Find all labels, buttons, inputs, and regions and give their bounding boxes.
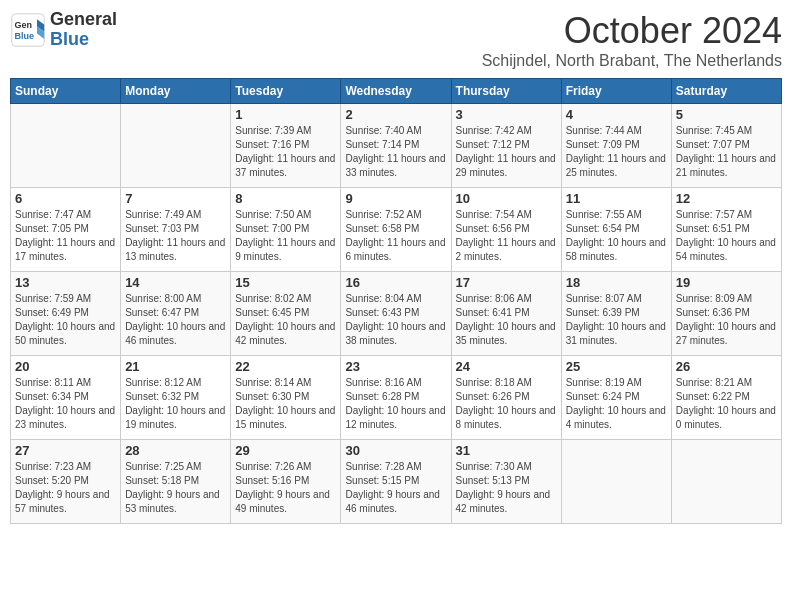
day-info: Sunrise: 8:02 AM Sunset: 6:45 PM Dayligh… <box>235 292 336 348</box>
day-info: Sunrise: 7:39 AM Sunset: 7:16 PM Dayligh… <box>235 124 336 180</box>
day-number: 7 <box>125 191 226 206</box>
day-of-week-header: Monday <box>121 79 231 104</box>
day-of-week-header: Saturday <box>671 79 781 104</box>
calendar-day-cell: 4Sunrise: 7:44 AM Sunset: 7:09 PM Daylig… <box>561 104 671 188</box>
day-number: 22 <box>235 359 336 374</box>
calendar-day-cell: 24Sunrise: 8:18 AM Sunset: 6:26 PM Dayli… <box>451 356 561 440</box>
page-header: Gen Blue General Blue October 2024 Schij… <box>10 10 782 70</box>
calendar-day-cell <box>121 104 231 188</box>
calendar-day-cell: 16Sunrise: 8:04 AM Sunset: 6:43 PM Dayli… <box>341 272 451 356</box>
calendar-day-cell: 10Sunrise: 7:54 AM Sunset: 6:56 PM Dayli… <box>451 188 561 272</box>
calendar-day-cell: 11Sunrise: 7:55 AM Sunset: 6:54 PM Dayli… <box>561 188 671 272</box>
day-number: 11 <box>566 191 667 206</box>
day-info: Sunrise: 7:45 AM Sunset: 7:07 PM Dayligh… <box>676 124 777 180</box>
day-info: Sunrise: 8:18 AM Sunset: 6:26 PM Dayligh… <box>456 376 557 432</box>
calendar-day-cell: 29Sunrise: 7:26 AM Sunset: 5:16 PM Dayli… <box>231 440 341 524</box>
day-number: 9 <box>345 191 446 206</box>
calendar-day-cell <box>671 440 781 524</box>
calendar-day-cell: 27Sunrise: 7:23 AM Sunset: 5:20 PM Dayli… <box>11 440 121 524</box>
day-info: Sunrise: 8:11 AM Sunset: 6:34 PM Dayligh… <box>15 376 116 432</box>
day-number: 6 <box>15 191 116 206</box>
day-info: Sunrise: 8:06 AM Sunset: 6:41 PM Dayligh… <box>456 292 557 348</box>
day-info: Sunrise: 7:40 AM Sunset: 7:14 PM Dayligh… <box>345 124 446 180</box>
day-info: Sunrise: 7:44 AM Sunset: 7:09 PM Dayligh… <box>566 124 667 180</box>
day-number: 20 <box>15 359 116 374</box>
day-number: 1 <box>235 107 336 122</box>
calendar-day-cell: 14Sunrise: 8:00 AM Sunset: 6:47 PM Dayli… <box>121 272 231 356</box>
calendar-day-cell: 23Sunrise: 8:16 AM Sunset: 6:28 PM Dayli… <box>341 356 451 440</box>
calendar-day-cell: 5Sunrise: 7:45 AM Sunset: 7:07 PM Daylig… <box>671 104 781 188</box>
day-number: 24 <box>456 359 557 374</box>
calendar-week-row: 6Sunrise: 7:47 AM Sunset: 7:05 PM Daylig… <box>11 188 782 272</box>
calendar-week-row: 1Sunrise: 7:39 AM Sunset: 7:16 PM Daylig… <box>11 104 782 188</box>
day-number: 12 <box>676 191 777 206</box>
calendar-day-cell: 21Sunrise: 8:12 AM Sunset: 6:32 PM Dayli… <box>121 356 231 440</box>
day-number: 14 <box>125 275 226 290</box>
calendar-table: SundayMondayTuesdayWednesdayThursdayFrid… <box>10 78 782 524</box>
calendar-day-cell: 13Sunrise: 7:59 AM Sunset: 6:49 PM Dayli… <box>11 272 121 356</box>
location-title: Schijndel, North Brabant, The Netherland… <box>482 52 782 70</box>
calendar-day-cell: 7Sunrise: 7:49 AM Sunset: 7:03 PM Daylig… <box>121 188 231 272</box>
day-number: 29 <box>235 443 336 458</box>
day-info: Sunrise: 7:57 AM Sunset: 6:51 PM Dayligh… <box>676 208 777 264</box>
calendar-day-cell: 31Sunrise: 7:30 AM Sunset: 5:13 PM Dayli… <box>451 440 561 524</box>
day-number: 4 <box>566 107 667 122</box>
title-block: October 2024 Schijndel, North Brabant, T… <box>482 10 782 70</box>
day-of-week-header: Friday <box>561 79 671 104</box>
day-info: Sunrise: 7:42 AM Sunset: 7:12 PM Dayligh… <box>456 124 557 180</box>
day-info: Sunrise: 7:54 AM Sunset: 6:56 PM Dayligh… <box>456 208 557 264</box>
calendar-day-cell: 17Sunrise: 8:06 AM Sunset: 6:41 PM Dayli… <box>451 272 561 356</box>
day-number: 17 <box>456 275 557 290</box>
svg-text:Blue: Blue <box>15 31 35 41</box>
day-number: 18 <box>566 275 667 290</box>
day-number: 16 <box>345 275 446 290</box>
day-number: 27 <box>15 443 116 458</box>
day-number: 2 <box>345 107 446 122</box>
calendar-day-cell: 2Sunrise: 7:40 AM Sunset: 7:14 PM Daylig… <box>341 104 451 188</box>
logo: Gen Blue General Blue <box>10 10 117 50</box>
day-info: Sunrise: 7:23 AM Sunset: 5:20 PM Dayligh… <box>15 460 116 516</box>
month-title: October 2024 <box>482 10 782 52</box>
day-of-week-header: Wednesday <box>341 79 451 104</box>
day-info: Sunrise: 8:00 AM Sunset: 6:47 PM Dayligh… <box>125 292 226 348</box>
calendar-day-cell: 3Sunrise: 7:42 AM Sunset: 7:12 PM Daylig… <box>451 104 561 188</box>
calendar-day-cell: 30Sunrise: 7:28 AM Sunset: 5:15 PM Dayli… <box>341 440 451 524</box>
calendar-day-cell: 8Sunrise: 7:50 AM Sunset: 7:00 PM Daylig… <box>231 188 341 272</box>
day-info: Sunrise: 7:47 AM Sunset: 7:05 PM Dayligh… <box>15 208 116 264</box>
day-info: Sunrise: 7:55 AM Sunset: 6:54 PM Dayligh… <box>566 208 667 264</box>
day-number: 10 <box>456 191 557 206</box>
day-info: Sunrise: 8:16 AM Sunset: 6:28 PM Dayligh… <box>345 376 446 432</box>
day-header-row: SundayMondayTuesdayWednesdayThursdayFrid… <box>11 79 782 104</box>
day-number: 19 <box>676 275 777 290</box>
day-of-week-header: Tuesday <box>231 79 341 104</box>
day-info: Sunrise: 8:07 AM Sunset: 6:39 PM Dayligh… <box>566 292 667 348</box>
day-info: Sunrise: 7:26 AM Sunset: 5:16 PM Dayligh… <box>235 460 336 516</box>
day-info: Sunrise: 7:52 AM Sunset: 6:58 PM Dayligh… <box>345 208 446 264</box>
day-info: Sunrise: 8:09 AM Sunset: 6:36 PM Dayligh… <box>676 292 777 348</box>
logo-text: General Blue <box>50 10 117 50</box>
day-number: 8 <box>235 191 336 206</box>
day-of-week-header: Sunday <box>11 79 121 104</box>
day-info: Sunrise: 7:28 AM Sunset: 5:15 PM Dayligh… <box>345 460 446 516</box>
day-number: 5 <box>676 107 777 122</box>
calendar-day-cell <box>561 440 671 524</box>
day-number: 30 <box>345 443 446 458</box>
day-info: Sunrise: 8:04 AM Sunset: 6:43 PM Dayligh… <box>345 292 446 348</box>
calendar-day-cell: 22Sunrise: 8:14 AM Sunset: 6:30 PM Dayli… <box>231 356 341 440</box>
day-number: 13 <box>15 275 116 290</box>
calendar-day-cell: 25Sunrise: 8:19 AM Sunset: 6:24 PM Dayli… <box>561 356 671 440</box>
day-info: Sunrise: 7:30 AM Sunset: 5:13 PM Dayligh… <box>456 460 557 516</box>
calendar-day-cell: 20Sunrise: 8:11 AM Sunset: 6:34 PM Dayli… <box>11 356 121 440</box>
calendar-week-row: 27Sunrise: 7:23 AM Sunset: 5:20 PM Dayli… <box>11 440 782 524</box>
calendar-day-cell: 28Sunrise: 7:25 AM Sunset: 5:18 PM Dayli… <box>121 440 231 524</box>
day-number: 23 <box>345 359 446 374</box>
day-number: 28 <box>125 443 226 458</box>
calendar-day-cell: 9Sunrise: 7:52 AM Sunset: 6:58 PM Daylig… <box>341 188 451 272</box>
day-number: 3 <box>456 107 557 122</box>
calendar-day-cell <box>11 104 121 188</box>
calendar-week-row: 20Sunrise: 8:11 AM Sunset: 6:34 PM Dayli… <box>11 356 782 440</box>
day-number: 31 <box>456 443 557 458</box>
day-info: Sunrise: 7:59 AM Sunset: 6:49 PM Dayligh… <box>15 292 116 348</box>
day-info: Sunrise: 8:21 AM Sunset: 6:22 PM Dayligh… <box>676 376 777 432</box>
calendar-day-cell: 19Sunrise: 8:09 AM Sunset: 6:36 PM Dayli… <box>671 272 781 356</box>
